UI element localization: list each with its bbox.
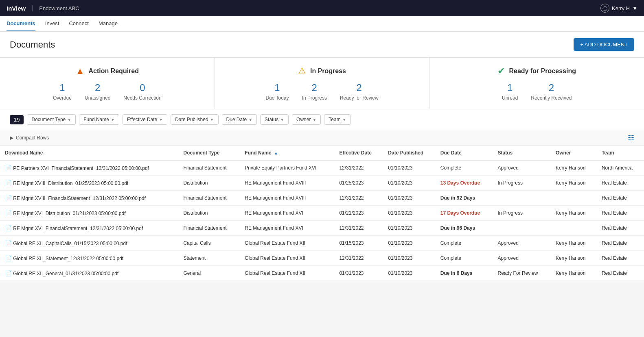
card-header-ready-processing: ✔ Ready for Processing: [439, 66, 634, 76]
compact-rows-toggle[interactable]: ▶ Compact Rows: [10, 135, 49, 141]
file-icon: 📄: [5, 270, 12, 276]
file-icon: 📄: [5, 195, 12, 201]
metric-ready-for-review[interactable]: 2 Ready for Review: [340, 82, 379, 101]
file-icon: 📄: [5, 255, 12, 261]
ready-for-review-label: Ready for Review: [340, 95, 379, 101]
table-row[interactable]: 📄 RE Mgmt XVI_FinancialStatement_12/31/2…: [0, 221, 644, 236]
metric-unread[interactable]: 1 Unread: [502, 82, 518, 101]
compact-rows-label: Compact Rows: [16, 135, 49, 141]
table-row[interactable]: 📄 RE Mgmt XVIII_FinancialStatement_12/31…: [0, 191, 644, 206]
table-row[interactable]: 📄 Global RE XII_Statement_12/31/2022 05:…: [0, 251, 644, 266]
unread-count: 1: [507, 82, 513, 93]
cell-download-name: 📄 Global RE XII_Statement_12/31/2022 05:…: [0, 251, 178, 266]
cell-download-name: 📄 RE Mgmt XVIII_FinancialStatement_12/31…: [0, 191, 178, 206]
cell-date-published: 01/10/2023: [383, 236, 435, 251]
cell-due-date: 13 Days Overdue: [436, 176, 493, 191]
cell-download-name: 📄 RE Mgmt XVI_Distribution_01/21/2023 05…: [0, 206, 178, 221]
cell-owner: Kerry Hanson: [551, 206, 597, 221]
info-icon: ⚠: [298, 66, 306, 76]
cell-team: North America: [597, 160, 644, 176]
chevron-down-icon: ▼: [342, 117, 346, 122]
cell-fund-name: RE Management Fund XVI: [240, 221, 334, 236]
cell-download-name: 📄 RE Mgmt XVI_FinancialStatement_12/31/2…: [0, 221, 178, 236]
metric-due-today[interactable]: 1 Due Today: [265, 82, 289, 101]
cell-effective-date: 01/21/2023: [334, 206, 383, 221]
metric-needs-correction[interactable]: 0 Needs Correction: [123, 82, 161, 101]
th-team[interactable]: Team: [597, 146, 644, 160]
metric-in-progress[interactable]: 2 In Progress: [302, 82, 327, 101]
cell-download-name: 📄 PE Partners XVI_FinancialStatement_12/…: [0, 160, 178, 176]
filter-date-published[interactable]: Date Published ▼: [171, 114, 218, 125]
filter-owner[interactable]: Owner ▼: [292, 114, 321, 125]
chevron-down-icon: ▼: [248, 117, 252, 122]
cell-document-type: Financial Statement: [178, 191, 240, 206]
table-controls: ▶ Compact Rows ☷: [0, 130, 644, 146]
cell-fund-name: Private Equity Partners Fund XVI: [240, 160, 334, 176]
grid-view-icon[interactable]: ☷: [628, 133, 634, 142]
cell-document-type: Distribution: [178, 176, 240, 191]
cell-effective-date: 12/31/2022: [334, 251, 383, 266]
table-row[interactable]: 📄 Global RE XII_General_01/31/2023 05:00…: [0, 266, 644, 281]
th-fund-name[interactable]: Fund Name ▲: [240, 146, 334, 160]
cell-document-type: Distribution: [178, 206, 240, 221]
table-row[interactable]: 📄 PE Partners XVI_FinancialStatement_12/…: [0, 160, 644, 176]
cell-due-date: Due in 96 Days: [436, 221, 493, 236]
cell-team: Real Estate: [597, 176, 644, 191]
table-row[interactable]: 📄 RE Mgmt XVI_Distribution_01/21/2023 05…: [0, 206, 644, 221]
card-header-action-required: ▲ Action Required: [10, 66, 205, 76]
th-download-name[interactable]: Download Name: [0, 146, 178, 160]
metric-overdue[interactable]: 1 Overdue: [53, 82, 72, 101]
cell-download-name: 📄 Global RE XII_General_01/31/2023 05:00…: [0, 266, 178, 281]
filter-document-type[interactable]: Document Type ▼: [27, 114, 76, 125]
cell-fund-name: Global Real Estate Fund XII: [240, 266, 334, 281]
nav-manage[interactable]: Manage: [99, 16, 118, 31]
org-name: Endowment ABC: [32, 5, 79, 11]
app-brand: InView: [7, 5, 26, 12]
cell-status: Approved: [493, 251, 551, 266]
top-nav: InView Endowment ABC ◯ Kerry H ▼: [0, 0, 644, 16]
th-status[interactable]: Status: [493, 146, 551, 160]
card-header-in-progress: ⚠ In Progress: [225, 66, 420, 76]
cell-status: Approved: [493, 236, 551, 251]
cell-effective-date: 01/31/2023: [334, 266, 383, 281]
cell-due-date: Complete: [436, 160, 493, 176]
nav-documents[interactable]: Documents: [7, 16, 35, 31]
table-row[interactable]: 📄 RE Mgmt XVIII_Distribution_01/25/2023 …: [0, 176, 644, 191]
cell-owner: Kerry Hanson: [551, 160, 597, 176]
th-date-published[interactable]: Date Published: [383, 146, 435, 160]
due-today-count: 1: [274, 82, 280, 93]
chevron-down-icon: ▼: [312, 117, 316, 122]
filter-due-date[interactable]: Due Date ▼: [222, 114, 257, 125]
table-row[interactable]: 📄 Global RE XII_CapitalCalls_01/15/2023 …: [0, 236, 644, 251]
file-icon: 📄: [5, 210, 12, 216]
nav-invest[interactable]: Invest: [45, 16, 59, 31]
metric-recently-received[interactable]: 2 Recently Received: [531, 82, 572, 101]
cell-fund-name: RE Management Fund XVIII: [240, 191, 334, 206]
due-today-label: Due Today: [265, 95, 289, 101]
user-menu[interactable]: ◯ Kerry H ▼: [600, 4, 637, 13]
nav-connect[interactable]: Connect: [69, 16, 88, 31]
filter-team[interactable]: Team ▼: [324, 114, 350, 125]
th-effective-date[interactable]: Effective Date: [334, 146, 383, 160]
filter-status[interactable]: Status ▼: [260, 114, 289, 125]
metric-unassigned[interactable]: 2 Unassigned: [85, 82, 110, 101]
cell-due-date: Due in 92 Days: [436, 191, 493, 206]
file-icon: 📄: [5, 165, 12, 171]
cell-team: Real Estate: [597, 191, 644, 206]
cell-effective-date: 01/25/2023: [334, 176, 383, 191]
chevron-down-icon: ▼: [159, 117, 163, 122]
th-due-date[interactable]: Due Date: [436, 146, 493, 160]
ready-for-review-count: 2: [357, 82, 362, 93]
cell-effective-date: 12/31/2022: [334, 221, 383, 236]
recently-received-count: 2: [549, 82, 554, 93]
sort-asc-icon: ▲: [274, 151, 278, 155]
th-owner[interactable]: Owner: [551, 146, 597, 160]
filter-effective-date[interactable]: Effective Date ▼: [123, 114, 167, 125]
cell-date-published: 01/10/2023: [383, 176, 435, 191]
check-icon: ✔: [497, 66, 505, 76]
th-document-type[interactable]: Document Type: [178, 146, 240, 160]
add-document-button[interactable]: + ADD DOCUMENT: [574, 38, 634, 51]
summary-card-in-progress: ⚠ In Progress 1 Due Today 2 In Progress …: [215, 58, 430, 109]
filter-fund-name[interactable]: Fund Name ▼: [79, 114, 119, 125]
overdue-label: Overdue: [53, 95, 72, 101]
